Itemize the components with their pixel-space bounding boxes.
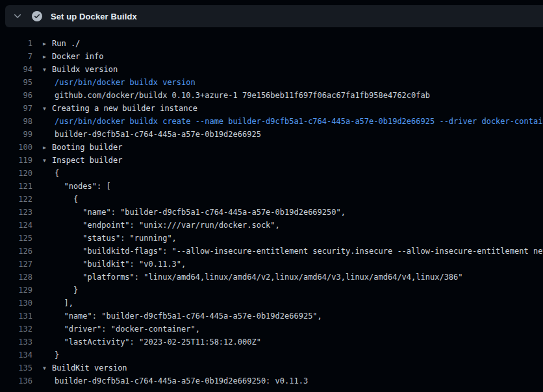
log-text: builder-d9cfb5a1-c764-445a-a57e-0b19d2e6… [55, 130, 261, 139]
log-group-header: 97▼Creating a new builder instance [0, 102, 543, 115]
line-number[interactable]: 119 [0, 154, 32, 167]
line-number[interactable]: 122 [0, 193, 32, 206]
check-circle-icon [32, 11, 42, 21]
log-line-body[interactable]: ▶Run ./ [32, 37, 80, 50]
step-title: Set up Docker Buildx [51, 12, 137, 21]
log-line-body: github.com/docker/buildx 0.10.3+azure-1 … [32, 89, 430, 102]
log-text: Creating a new builder instance [52, 104, 197, 113]
log-text: "driver": "docker-container", [55, 325, 200, 334]
log-text: Inspect builder [52, 156, 122, 165]
line-number[interactable]: 130 [0, 297, 32, 310]
line-number[interactable]: 100 [0, 141, 32, 154]
chevron-down-icon[interactable] [12, 11, 23, 21]
log-group-header: 1▶Run ./ [0, 37, 543, 50]
log-line-body: "name": "builder-d9cfb5a1-c764-445a-a57e… [32, 310, 322, 323]
log-line: 120{ [0, 167, 543, 180]
log-line-body[interactable]: ▼Inspect builder [32, 154, 122, 167]
log-line: 123 "name": "builder-d9cfb5a1-c764-445a-… [0, 206, 543, 219]
log-line-body: } [32, 349, 59, 361]
log-group-header: 100▶Booting builder [0, 141, 543, 154]
log-line: 136builder-d9cfb5a1-c764-445a-a57e-0b19d… [0, 374, 543, 387]
line-number[interactable]: 95 [0, 76, 32, 89]
line-number[interactable]: 96 [0, 89, 32, 102]
log-text: Booting builder [52, 143, 122, 152]
log-group-header: 7▶Docker info [0, 50, 543, 63]
log-text: } [55, 350, 59, 360]
log-line-body[interactable]: ▶Docker info [32, 50, 103, 63]
log-line-body: "name": "builder-d9cfb5a1-c764-445a-a57e… [32, 206, 346, 219]
line-number[interactable]: 131 [0, 310, 32, 323]
log-line: 134} [0, 349, 543, 361]
line-number[interactable]: 120 [0, 167, 32, 180]
log-text: /usr/bin/docker buildx create --name bui… [55, 117, 543, 126]
line-number[interactable]: 132 [0, 323, 32, 336]
log-text: { [55, 195, 78, 204]
log-line-body: "buildkitd-flags": "--allow-insecure-ent… [32, 245, 543, 258]
log-line-body: ], [32, 297, 73, 310]
line-number[interactable]: 133 [0, 336, 32, 349]
log-line: 127 "buildkit": "v0.11.3", [0, 258, 543, 271]
log-group-header: 94▼Buildx version [0, 63, 543, 76]
log-line-body: "nodes": [ [32, 180, 111, 193]
group-expand-icon[interactable]: ▶ [43, 51, 52, 63]
line-number[interactable]: 99 [0, 128, 32, 141]
group-collapse-icon[interactable]: ▼ [43, 154, 52, 167]
log-text: "platforms": "linux/amd64,linux/amd64/v2… [55, 273, 463, 282]
log-group-header: 135▼BuildKit version [0, 361, 543, 374]
log-line: 121 "nodes": [ [0, 180, 543, 193]
log-line: 126 "buildkitd-flags": "--allow-insecure… [0, 245, 543, 258]
log-text: github.com/docker/buildx 0.10.3+azure-1 … [55, 91, 430, 100]
log-line: 131 "name": "builder-d9cfb5a1-c764-445a-… [0, 310, 543, 323]
line-number[interactable]: 134 [0, 349, 32, 361]
line-number[interactable]: 125 [0, 232, 32, 245]
log-area: 1▶Run ./7▶Docker info94▼Buildx version95… [0, 27, 543, 387]
log-line: 128 "platforms": "linux/amd64,linux/amd6… [0, 271, 543, 284]
log-text: ], [55, 299, 73, 308]
log-text: Run ./ [52, 39, 80, 48]
line-number[interactable]: 124 [0, 219, 32, 232]
step-header[interactable]: Set up Docker Buildx [5, 5, 543, 27]
log-group-header: 119▼Inspect builder [0, 154, 543, 167]
log-line-body: builder-d9cfb5a1-c764-445a-a57e-0b19d2e6… [32, 128, 261, 141]
line-number[interactable]: 121 [0, 180, 32, 193]
line-number[interactable]: 7 [0, 50, 32, 63]
group-expand-icon[interactable]: ▶ [43, 141, 52, 154]
log-text: Buildx version [52, 65, 118, 74]
line-number[interactable]: 1 [0, 37, 32, 50]
log-text: Docker info [52, 52, 103, 61]
log-line: 125 "status": "running", [0, 232, 543, 245]
log-line-body: "buildkit": "v0.11.3", [32, 258, 186, 271]
line-number[interactable]: 94 [0, 63, 32, 76]
log-line-body: builder-d9cfb5a1-c764-445a-a57e-0b19d2e6… [32, 374, 308, 387]
log-line: 133 "lastActivity": "2023-02-25T11:58:12… [0, 336, 543, 349]
log-line-body[interactable]: ▼Buildx version [32, 63, 118, 76]
log-line-body[interactable]: ▶Booting builder [32, 141, 122, 154]
log-line-body[interactable]: ▼Creating a new builder instance [32, 102, 197, 115]
line-number[interactable]: 136 [0, 374, 32, 387]
line-number[interactable]: 129 [0, 284, 32, 297]
log-text: "buildkitd-flags": "--allow-insecure-ent… [55, 247, 543, 256]
log-line-body: "platforms": "linux/amd64,linux/amd64/v2… [32, 271, 463, 284]
log-line: 95/usr/bin/docker buildx version [0, 76, 543, 89]
group-expand-icon[interactable]: ▶ [43, 38, 52, 50]
line-number[interactable]: 126 [0, 245, 32, 258]
log-line-body: /usr/bin/docker buildx version [32, 76, 196, 89]
line-number[interactable]: 127 [0, 258, 32, 271]
line-number[interactable]: 128 [0, 271, 32, 284]
log-text: "buildkit": "v0.11.3", [55, 260, 186, 269]
log-line-body: { [32, 167, 59, 180]
group-collapse-icon[interactable]: ▼ [43, 103, 52, 115]
log-text: { [55, 169, 59, 178]
log-line: 96github.com/docker/buildx 0.10.3+azure-… [0, 89, 543, 102]
line-number[interactable]: 98 [0, 115, 32, 128]
line-number[interactable]: 97 [0, 102, 32, 115]
group-collapse-icon[interactable]: ▼ [43, 362, 52, 374]
line-number[interactable]: 135 [0, 361, 32, 374]
log-line: 98/usr/bin/docker buildx create --name b… [0, 115, 543, 128]
log-line-body[interactable]: ▼BuildKit version [32, 361, 127, 374]
line-number[interactable]: 123 [0, 206, 32, 219]
log-line-body: "driver": "docker-container", [32, 323, 200, 336]
log-line: 130 ], [0, 297, 543, 310]
group-collapse-icon[interactable]: ▼ [43, 64, 52, 76]
log-line-body: "lastActivity": "2023-02-25T11:58:12.000… [32, 336, 261, 349]
